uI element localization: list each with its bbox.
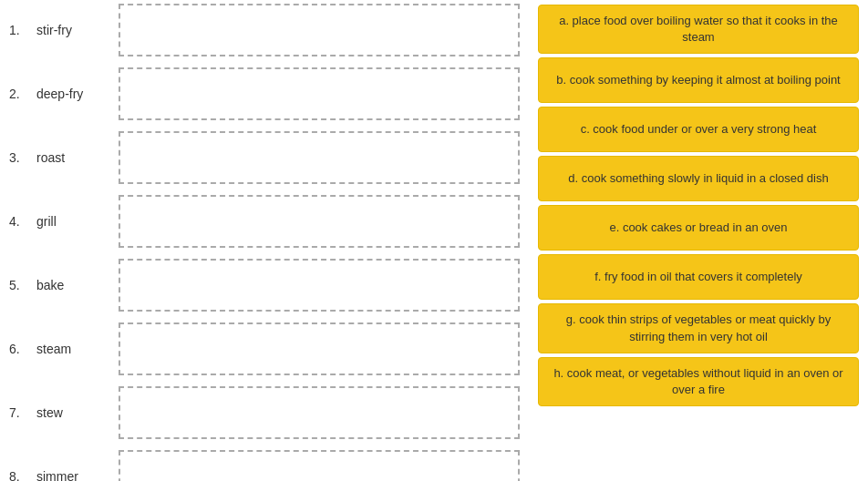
definition-card[interactable]: e. cook cakes or bread in an oven [538,205,859,251]
definition-card[interactable]: f. fry food in oil that covers it comple… [538,254,859,300]
definition-card[interactable]: a. place food over boiling water so that… [538,5,859,54]
item-number: 6. [9,342,36,356]
definition-card[interactable]: c. cook food under or over a very strong… [538,107,859,152]
answer-input-box[interactable] [119,322,520,375]
answer-input-box[interactable] [119,386,520,439]
definition-card[interactable]: d. cook something slowly in liquid in a … [538,156,859,201]
cooking-term: grill [36,214,119,229]
match-row: 6.steam [9,319,520,379]
item-number: 2. [9,87,36,101]
cooking-term: deep-fry [36,87,119,101]
cooking-term: stir-fry [36,23,119,37]
definition-card[interactable]: h. cook meat, or vegetables without liqu… [538,357,859,406]
match-row: 1.stir-fry [9,0,520,60]
item-number: 1. [9,23,36,37]
definition-card[interactable]: b. cook something by keeping it almost a… [538,57,859,103]
cooking-term: roast [36,150,119,165]
cooking-term: bake [36,278,119,292]
answer-input-box[interactable] [119,4,520,56]
match-row: 4.grill [9,191,520,251]
cooking-term: simmer [36,469,119,481]
match-row: 2.deep-fry [9,64,520,124]
definition-card[interactable]: g. cook thin strips of vegetables or mea… [538,303,859,353]
item-number: 8. [9,469,36,481]
answer-input-box[interactable] [119,259,520,312]
match-row: 3.roast [9,128,520,188]
answer-input-box[interactable] [119,67,520,120]
right-panel: a. place food over boiling water so that… [529,0,868,481]
left-panel: 1.stir-fry2.deep-fry3.roast4.grill5.bake… [0,0,529,481]
item-number: 3. [9,150,36,165]
cooking-term: steam [36,342,119,356]
answer-input-box[interactable] [119,195,520,248]
item-number: 7. [9,405,36,420]
match-row: 5.bake [9,255,520,315]
item-number: 4. [9,214,36,229]
cooking-term: stew [36,405,119,420]
match-row: 8.simmer [9,446,520,481]
answer-input-box[interactable] [119,131,520,184]
item-number: 5. [9,278,36,292]
match-row: 7.stew [9,383,520,443]
answer-input-box[interactable] [119,450,520,481]
